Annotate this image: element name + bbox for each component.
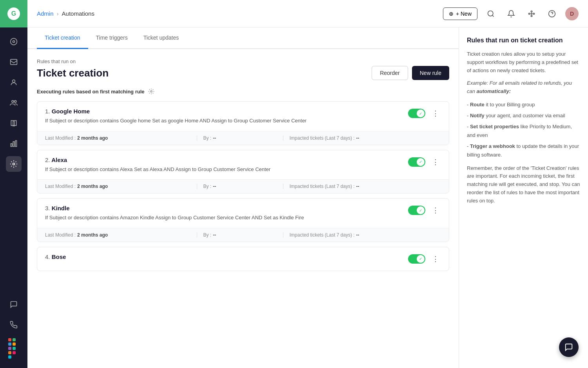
right-panel-title: Rules that run on ticket creation	[467, 37, 580, 44]
rule-card-2-meta: Last Modified : 2 months ago By : -- Imp…	[37, 179, 449, 193]
rule-3-last-modified: Last Modified : 2 months ago	[45, 232, 197, 238]
breadcrumb: Admin › Automations	[37, 10, 94, 17]
rule-card-3-content: 3. Kindle If Subject or description cont…	[45, 205, 400, 222]
tabs-bar: Ticket creation Time triggers Ticket upd…	[27, 27, 459, 49]
new-button[interactable]: ⊕ + New	[443, 7, 477, 20]
breadcrumb-current: Automations	[62, 10, 94, 17]
sidebar-bottom	[6, 294, 22, 368]
content-area: Ticket creation Time triggers Ticket upd…	[27, 27, 588, 368]
tab-ticket-creation[interactable]: Ticket creation	[37, 27, 88, 49]
svg-point-13	[531, 15, 532, 16]
svg-point-1	[13, 41, 15, 43]
rule-2-impacted: Impacted tickets (Last 7 days) : --	[283, 184, 441, 189]
search-button[interactable]	[484, 7, 498, 21]
notifications-button[interactable]	[504, 7, 518, 21]
sidebar-item-chat[interactable]	[6, 297, 22, 312]
svg-rect-2	[11, 59, 17, 64]
rule-3-toggle[interactable]: ✓	[408, 206, 425, 215]
right-panel-example: Example: For all emails related to refun…	[467, 79, 580, 96]
svg-point-3	[13, 80, 15, 82]
sidebar-item-book[interactable]	[6, 115, 22, 131]
svg-point-5	[15, 100, 16, 102]
svg-rect-6	[11, 144, 12, 147]
header-buttons: Reorder New rule	[372, 66, 449, 80]
right-panel: Rules that run on ticket creation Ticket…	[459, 27, 588, 368]
rule-3-toggle-knob: ✓	[417, 206, 425, 214]
svg-point-11	[531, 13, 532, 14]
right-panel-list: - Route it to your Billing group - Notif…	[467, 100, 580, 160]
sidebar-item-home[interactable]	[6, 34, 22, 49]
rule-card-4-content: 4. Bose	[45, 253, 400, 262]
logo-icon: G	[7, 7, 20, 20]
list-item-set-props: - Set ticket properties like Priority to…	[467, 122, 580, 140]
rule-2-toggle-knob: ✓	[417, 158, 425, 166]
sidebar-item-reports[interactable]	[6, 136, 22, 151]
rule-card-4-top: 4. Bose ✓ ⋮	[37, 247, 449, 271]
right-panel-para1: Ticket creation rules allow you to setup…	[467, 50, 580, 75]
rule-4-toggle[interactable]: ✓	[408, 254, 425, 264]
help-button[interactable]	[545, 7, 559, 21]
rule-card-2-top: 2. Alexa If Subject or description conta…	[37, 150, 449, 180]
new-button-plus: ⊕	[449, 11, 454, 17]
breadcrumb-separator: ›	[57, 10, 59, 17]
svg-point-0	[11, 38, 17, 45]
rule-card-4-actions: ✓ ⋮	[408, 253, 441, 264]
rule-card-1: 1. Google Home If Subject or description…	[37, 101, 449, 145]
rule-card-3: 3. Kindle If Subject or description cont…	[37, 198, 449, 242]
new-rule-button[interactable]: New rule	[412, 66, 449, 80]
rule-2-toggle[interactable]: ✓	[408, 157, 425, 167]
rule-3-name: 3. Kindle	[45, 205, 400, 211]
page-header: Ticket creation Reorder New rule	[37, 66, 449, 80]
main-area: Admin › Automations ⊕ + New D	[27, 0, 588, 368]
rule-1-toggle-knob: ✓	[417, 109, 425, 117]
rule-3-by: By : --	[197, 232, 283, 238]
breadcrumb-admin[interactable]: Admin	[37, 10, 54, 17]
rule-2-desc: If Subject or description contains Alexa…	[45, 166, 312, 173]
new-button-label: + New	[456, 11, 472, 17]
svg-point-18	[151, 91, 152, 92]
rule-1-more-button[interactable]: ⋮	[430, 108, 441, 119]
svg-point-12	[531, 11, 532, 12]
svg-point-4	[12, 100, 14, 102]
sidebar-logo[interactable]: G	[0, 0, 27, 27]
rule-card-4: 4. Bose ✓ ⋮	[37, 247, 449, 271]
top-nav-right: ⊕ + New D	[443, 7, 579, 21]
rule-2-by: By : --	[197, 184, 283, 189]
reorder-button[interactable]: Reorder	[372, 66, 408, 80]
list-item-webhook: - Trigger a webhook to update the detail…	[467, 142, 580, 159]
rule-card-2: 2. Alexa If Subject or description conta…	[37, 150, 449, 194]
main-content: Ticket creation Time triggers Ticket upd…	[27, 27, 459, 368]
sidebar-app-dots[interactable]	[8, 338, 19, 359]
sidebar-item-teams[interactable]	[6, 95, 22, 111]
executing-settings-icon[interactable]	[148, 88, 155, 95]
tab-ticket-updates[interactable]: Ticket updates	[136, 27, 187, 49]
svg-rect-8	[15, 141, 16, 147]
rules-run-on-label: Rules that run on	[37, 58, 449, 64]
rule-card-1-meta: Last Modified : 2 months ago By : -- Imp…	[37, 131, 449, 145]
tab-time-triggers[interactable]: Time triggers	[88, 27, 136, 49]
rule-card-3-meta: Last Modified : 2 months ago By : -- Imp…	[37, 228, 449, 242]
rule-4-more-button[interactable]: ⋮	[430, 253, 441, 264]
executing-text: Executing rules based on first matching …	[37, 89, 145, 95]
sidebar-item-inbox[interactable]	[6, 54, 22, 70]
rule-1-toggle[interactable]: ✓	[408, 109, 425, 118]
rule-card-1-actions: ✓ ⋮	[408, 108, 441, 119]
rule-4-name: 4. Bose	[45, 253, 400, 260]
rule-3-more-button[interactable]: ⋮	[430, 205, 441, 216]
user-avatar[interactable]: D	[565, 7, 579, 20]
apps-button[interactable]	[524, 7, 539, 21]
svg-point-14	[529, 13, 530, 14]
rule-card-3-actions: ✓ ⋮	[408, 205, 441, 216]
svg-point-9	[13, 163, 15, 165]
rule-1-impacted: Impacted tickets (Last 7 days) : --	[283, 135, 441, 141]
rule-1-by: By : --	[197, 135, 283, 141]
sidebar-item-phone[interactable]	[6, 317, 22, 333]
sidebar-item-settings[interactable]	[6, 156, 22, 172]
sidebar-item-contacts[interactable]	[6, 75, 22, 90]
rule-2-more-button[interactable]: ⋮	[430, 157, 441, 168]
svg-point-10	[488, 11, 493, 16]
rule-card-3-top: 3. Kindle If Subject or description cont…	[37, 199, 449, 228]
svg-point-15	[533, 13, 534, 14]
rule-1-last-modified: Last Modified : 2 months ago	[45, 135, 197, 141]
chat-fab-button[interactable]	[559, 337, 579, 357]
